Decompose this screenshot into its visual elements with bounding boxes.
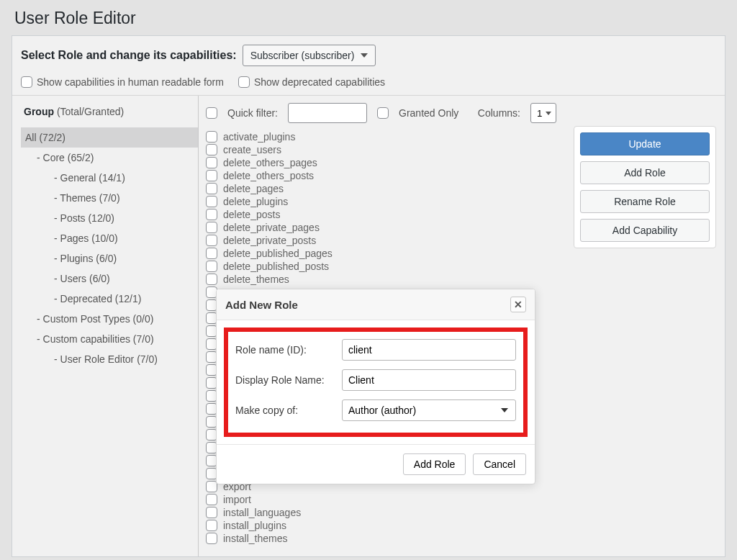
cb-readable-label[interactable]: Show capabilities in human readable form xyxy=(21,76,224,88)
capability-checkbox[interactable] xyxy=(206,261,217,272)
capability-row: delete_posts xyxy=(206,208,564,221)
capability-row: install_plugins xyxy=(206,519,564,532)
granted-only-cb[interactable] xyxy=(377,107,389,119)
capability-label: install_plugins xyxy=(223,520,286,531)
capability-row: delete_published_posts xyxy=(206,260,564,273)
quick-filter-label: Quick filter: xyxy=(227,107,278,119)
capability-checkbox[interactable] xyxy=(206,235,217,246)
capability-row: delete_pages xyxy=(206,182,564,195)
group-item[interactable]: - Deprecated (12/1) xyxy=(21,289,198,309)
group-tree: All (72/2)- Core (65/2)- General (14/1)-… xyxy=(21,127,198,369)
cb-deprecated-text: Show deprecated capabilities xyxy=(254,76,385,88)
capability-label: activate_plugins xyxy=(223,131,295,143)
capability-label: install_themes xyxy=(223,533,288,544)
group-item[interactable]: All (72/2) xyxy=(21,127,198,148)
cb-readable-text: Show capabilities in human readable form xyxy=(37,76,224,88)
capability-row: activate_plugins xyxy=(206,130,564,143)
capability-label: import xyxy=(223,494,251,505)
capability-row: install_languages xyxy=(206,506,564,519)
rename-role-button[interactable]: Rename Role xyxy=(580,190,710,213)
group-item[interactable]: - Core (65/2) xyxy=(21,148,198,168)
highlight-box: Role name (ID): Display Role Name: Make … xyxy=(224,328,528,437)
capability-checkbox[interactable] xyxy=(206,196,217,207)
group-item[interactable]: - Pages (10/0) xyxy=(21,228,198,248)
add-capability-button[interactable]: Add Capability xyxy=(580,219,710,242)
capability-label: delete_plugins xyxy=(223,196,288,207)
group-item[interactable]: - User Role Editor (7/0) xyxy=(21,349,198,369)
group-item[interactable]: - Plugins (6/0) xyxy=(21,248,198,268)
capability-checkbox[interactable] xyxy=(206,209,217,220)
capability-row: delete_others_posts xyxy=(206,169,564,182)
display-name-label: Display Role Name: xyxy=(235,374,342,386)
capability-checkbox[interactable] xyxy=(206,507,217,518)
group-item[interactable]: - Posts (12/0) xyxy=(21,208,198,228)
cb-deprecated[interactable] xyxy=(238,76,250,88)
capability-checkbox[interactable] xyxy=(206,157,217,168)
page-title: User Role Editor xyxy=(0,0,737,35)
group-item[interactable]: - Themes (7/0) xyxy=(21,188,198,208)
cb-deprecated-label[interactable]: Show deprecated capabilities xyxy=(238,76,385,88)
group-item[interactable]: - Users (6/0) xyxy=(21,268,198,289)
capability-label: delete_posts xyxy=(223,209,280,220)
copy-of-label: Make copy of: xyxy=(235,405,342,416)
capability-row: delete_others_pages xyxy=(206,156,564,169)
capability-label: delete_others_pages xyxy=(223,157,317,168)
copy-of-select[interactable]: Author (author) xyxy=(342,399,516,421)
group-item[interactable]: - General (14/1) xyxy=(21,168,198,188)
capability-label: delete_themes xyxy=(223,274,289,285)
capability-label: delete_pages xyxy=(223,183,284,194)
select-role-label: Select Role and change its capabilities: xyxy=(21,49,237,62)
capability-label: install_languages xyxy=(223,507,301,518)
capability-row: create_users xyxy=(206,143,564,156)
dialog-cancel-button[interactable]: Cancel xyxy=(473,453,526,475)
capability-label: delete_private_posts xyxy=(223,235,316,246)
group-column: Group (Total/Granted) All (72/2)- Core (… xyxy=(21,96,198,556)
capability-checkbox[interactable] xyxy=(206,170,217,181)
capability-checkbox[interactable] xyxy=(206,144,217,155)
select-all-cb[interactable] xyxy=(206,107,217,119)
dialog-add-role-button[interactable]: Add Role xyxy=(403,453,466,475)
capability-checkbox[interactable] xyxy=(206,274,217,285)
role-select[interactable]: Subscriber (subscriber) xyxy=(243,45,376,66)
role-id-label: Role name (ID): xyxy=(235,344,342,356)
capability-label: delete_published_posts xyxy=(223,261,329,272)
group-item[interactable]: - Custom capabilities (7/0) xyxy=(21,329,198,349)
group-header: Group (Total/Granted) xyxy=(21,106,198,127)
capability-row: delete_published_pages xyxy=(206,247,564,260)
capability-row: install_themes xyxy=(206,532,564,545)
capability-checkbox[interactable] xyxy=(206,533,217,544)
capability-checkbox[interactable] xyxy=(206,520,217,531)
capability-label: delete_others_posts xyxy=(223,170,314,181)
capability-row: delete_themes xyxy=(206,273,564,286)
group-item[interactable]: - Custom Post Types (0/0) xyxy=(21,309,198,329)
role-id-input[interactable] xyxy=(342,339,516,361)
capability-label: delete_published_pages xyxy=(223,248,333,259)
update-button[interactable]: Update xyxy=(580,132,710,155)
capability-label: create_users xyxy=(223,144,281,155)
capability-row: delete_private_pages xyxy=(206,221,564,234)
dialog-title: Add New Role xyxy=(225,299,298,311)
capability-checkbox[interactable] xyxy=(206,222,217,233)
columns-label: Columns: xyxy=(478,107,520,119)
cb-readable[interactable] xyxy=(21,76,32,88)
capability-row: import xyxy=(206,493,564,506)
capability-row: delete_private_posts xyxy=(206,234,564,247)
actions-column: Update Add Role Rename Role Add Capabili… xyxy=(564,96,716,556)
display-name-input[interactable] xyxy=(342,369,516,391)
capability-label: delete_private_pages xyxy=(223,222,320,233)
capability-checkbox[interactable] xyxy=(206,183,217,194)
quick-filter-input[interactable] xyxy=(288,103,367,123)
capability-row: delete_plugins xyxy=(206,195,564,208)
columns-select[interactable]: 1 xyxy=(530,103,556,123)
capability-checkbox[interactable] xyxy=(206,248,217,259)
capability-checkbox[interactable] xyxy=(206,131,217,143)
granted-only-label: Granted Only xyxy=(399,107,458,119)
add-role-dialog: Add New Role ✕ Role name (ID): Display R… xyxy=(216,289,535,484)
add-role-button[interactable]: Add Role xyxy=(580,161,710,184)
capability-checkbox[interactable] xyxy=(206,494,217,505)
close-icon[interactable]: ✕ xyxy=(510,297,526,312)
